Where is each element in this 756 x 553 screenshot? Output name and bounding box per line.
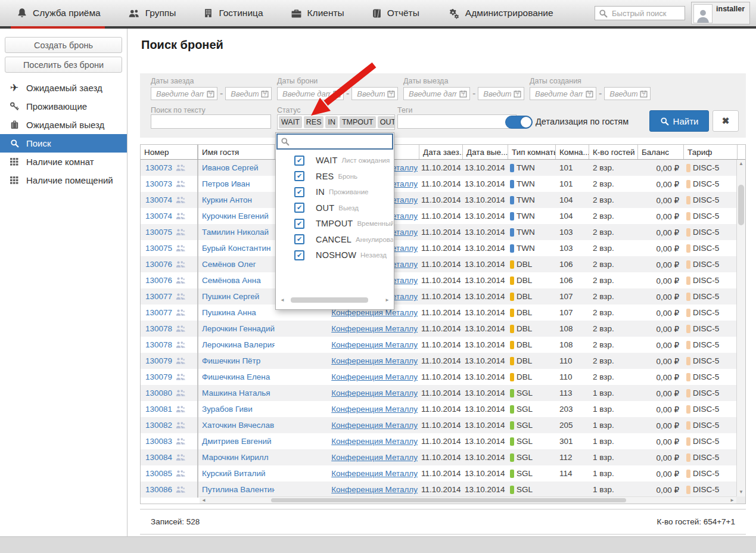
sidebar-item-expected-arrival[interactable]: ✈Ожидаемый заезд	[0, 79, 127, 97]
table-row[interactable]: 130075Бурый КонстантинКонференция Металл…	[141, 240, 745, 256]
booking-number-link[interactable]: 130076	[145, 260, 172, 269]
date-from-input[interactable]	[281, 89, 332, 99]
column-header-7[interactable]: К-во гостей	[589, 145, 638, 159]
guest-name-link[interactable]: Фишечкина Елена	[202, 372, 270, 381]
text-search-input[interactable]	[151, 114, 271, 129]
calendar-icon[interactable]: 7	[333, 90, 341, 98]
status-option-out[interactable]: ✔OUTВыезд	[276, 200, 393, 216]
booking-number-link[interactable]: 130085	[145, 469, 172, 478]
guest-name-link[interactable]: Пушкин Сергей	[202, 292, 259, 301]
guest-name-link[interactable]: Семёнов Олег	[202, 260, 256, 269]
group-link[interactable]: Конференция Металлу	[331, 372, 418, 381]
status-chip-out[interactable]: OUT	[378, 116, 395, 128]
status-option-res[interactable]: ✔RESБронь	[276, 169, 393, 185]
date-to-input[interactable]	[482, 89, 512, 99]
guest-name-link[interactable]: Пушкина Анна	[202, 308, 256, 317]
table-row[interactable]: 130078Лерочкина ВалерияКонференция Метал…	[141, 337, 745, 353]
find-button[interactable]: Найти	[649, 110, 709, 132]
guest-name-link[interactable]: Курочкин Евгений	[202, 212, 269, 220]
table-row[interactable]: 130076Семёнов ОлегКонференция Металлу11.…	[141, 256, 745, 272]
scroll-left-arrow-icon[interactable]: ◄	[201, 497, 206, 504]
table-row[interactable]: 130073Петров ИванКонференция Металлу11.1…	[141, 176, 745, 192]
table-row[interactable]: 130080Машкина НатальяКонференция Металлу…	[141, 385, 745, 401]
date-from-input[interactable]	[534, 89, 584, 99]
group-link[interactable]: Конференция Металлу	[331, 453, 418, 462]
scroll-right-arrow-icon[interactable]: ►	[730, 497, 735, 504]
booking-number-link[interactable]: 130077	[145, 292, 172, 301]
table-row[interactable]: 130079Фишечкин ПётрКонференция Металлу11…	[141, 353, 745, 369]
status-option-cancel[interactable]: ✔CANCELАннулировано	[276, 232, 393, 248]
booking-number-link[interactable]: 130076	[145, 276, 172, 285]
date-to-input[interactable]	[608, 89, 639, 99]
column-header-3[interactable]: Дата заез...	[419, 145, 463, 159]
column-header-0[interactable]: Номер	[141, 145, 198, 159]
date-to-input[interactable]	[229, 89, 260, 99]
clear-filters-button[interactable]: ✖	[713, 110, 739, 132]
booking-number-link[interactable]: 130074	[145, 212, 172, 220]
booking-number-link[interactable]: 130075	[145, 228, 172, 237]
booking-number-link[interactable]: 130082	[145, 421, 172, 430]
sidebar-item-expected-departure[interactable]: Ожидаемый выезд	[0, 116, 127, 134]
horizontal-scroll-thumb[interactable]	[271, 498, 626, 502]
sidebar-item-room-availability[interactable]: Наличие комнат	[0, 153, 127, 171]
status-option-tmpout[interactable]: ✔TMPOUTВременный выезд	[276, 216, 393, 232]
column-header-8[interactable]: Баланс	[638, 145, 684, 159]
status-chip-wait[interactable]: WAIT	[279, 116, 302, 128]
guest-name-link[interactable]: Зурабов Гиви	[202, 405, 253, 414]
booking-number-link[interactable]: 130075	[145, 244, 172, 253]
group-link[interactable]: Конференция Металлу	[331, 405, 418, 414]
column-header-4[interactable]: Дата вые...	[463, 145, 508, 159]
group-link[interactable]: Конференция Металлу	[331, 437, 418, 446]
dropdown-search-input[interactable]	[293, 136, 389, 147]
guest-name-link[interactable]: Лерочкина Валерия	[202, 340, 275, 349]
guest-name-link[interactable]: Машкина Наталья	[202, 389, 270, 397]
table-row[interactable]: 130077Пушкин СергейКонференция Металлу11…	[141, 288, 745, 305]
table-row[interactable]: 130074Курочкин ЕвгенийКонференция Металл…	[141, 208, 745, 224]
group-link[interactable]: Конференция Металлу	[331, 485, 418, 494]
table-row[interactable]: 130075Тамилин НиколайКонференция Металлу…	[141, 224, 745, 240]
date-from-input[interactable]	[407, 89, 458, 99]
guest-name-link[interactable]: Семёнова Анна	[202, 276, 261, 285]
group-link[interactable]: Конференция Металлу	[331, 324, 418, 333]
nav-item-clients[interactable]: Клиенты	[291, 8, 344, 18]
booking-number-link[interactable]: 130078	[145, 324, 172, 333]
guest-detail-toggle[interactable]	[505, 116, 533, 129]
tags-input[interactable]	[397, 114, 517, 129]
group-link[interactable]: Конференция Металлу	[331, 340, 418, 349]
nav-item-reports[interactable]: Отчёты	[372, 8, 419, 18]
column-header-6[interactable]: Комна...	[556, 145, 589, 159]
column-header-1[interactable]: Имя гостя	[198, 145, 275, 159]
guest-name-link[interactable]: Тамилин Николай	[202, 228, 269, 237]
table-row[interactable]: 130077Пушкина АннаКонференция Металлу11.…	[141, 305, 745, 321]
guest-name-link[interactable]: Петров Иван	[202, 179, 250, 188]
booking-number-link[interactable]: 130073	[145, 163, 172, 172]
guest-name-link[interactable]: Путилина Валентина	[202, 485, 275, 494]
guest-name-link[interactable]: Бурый Константин	[202, 244, 270, 253]
booking-number-link[interactable]: 130079	[145, 356, 172, 365]
guest-name-link[interactable]: Куркин Антон	[202, 195, 252, 204]
user-box[interactable]: installer	[691, 2, 750, 24]
guest-name-link[interactable]: Фишечкин Пётр	[202, 356, 260, 365]
booking-number-link[interactable]: 130086	[145, 485, 172, 494]
sidebar-item-space-availability[interactable]: Наличие помещений	[0, 171, 127, 189]
guest-name-link[interactable]: Курский Виталий	[202, 469, 266, 478]
guest-name-link[interactable]: Хаточкин Вячеслав	[202, 421, 274, 430]
sidebar-item-search[interactable]: Поиск	[0, 134, 127, 153]
booking-number-link[interactable]: 130079	[145, 372, 172, 381]
calendar-icon[interactable]: 7	[514, 90, 521, 98]
group-link[interactable]: Конференция Металлу	[331, 389, 418, 397]
checkbox-checked-icon[interactable]: ✔	[294, 203, 304, 213]
group-link[interactable]: Конференция Металлу	[331, 421, 418, 430]
dropdown-horizontal-scrollbar[interactable]: ◄ ►	[280, 296, 390, 304]
booking-number-link[interactable]: 130073	[145, 179, 172, 188]
calendar-icon[interactable]: 7	[261, 90, 269, 98]
status-chip-in[interactable]: IN	[325, 116, 338, 128]
nav-item-reception[interactable]: Служба приёма	[17, 8, 101, 18]
table-row[interactable]: 130084Марочкин КириллКонференция Металлу…	[141, 449, 745, 465]
table-row[interactable]: 130086Путилина ВалентинаКонференция Мета…	[141, 481, 745, 498]
scroll-right-arrow-icon[interactable]: ►	[385, 296, 390, 304]
status-chip-res[interactable]: RES	[304, 116, 324, 128]
table-row[interactable]: 130083Дмитриев ЕвгенийКонференция Металл…	[141, 433, 745, 449]
quick-search-input[interactable]	[611, 8, 681, 18]
table-row[interactable]: 130085Курский ВиталийКонференция Металлу…	[141, 465, 745, 481]
